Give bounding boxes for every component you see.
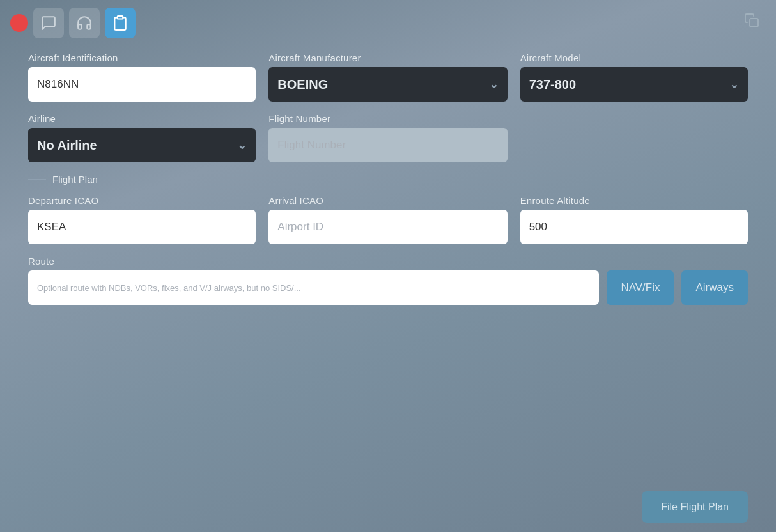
flight-plan-label: Flight Plan <box>52 174 98 185</box>
flight-plan-divider: Flight Plan <box>28 174 748 185</box>
aircraft-model-value: 737-800 <box>529 77 576 92</box>
aircraft-manufacturer-value: BOEING <box>277 77 328 92</box>
route-label: Route <box>28 256 599 267</box>
enroute-altitude-group: Enroute Altitude <box>520 195 748 244</box>
aircraft-identification-group: Aircraft Identification <box>28 52 256 102</box>
chat-button[interactable] <box>33 8 64 38</box>
model-chevron-icon: ⌄ <box>729 77 739 91</box>
nav-fix-button[interactable]: NAV/Fix <box>607 270 674 305</box>
aircraft-manufacturer-group: Aircraft Manufacturer BOEING ⌄ <box>268 52 507 102</box>
airways-button[interactable]: Airways <box>681 270 748 305</box>
aircraft-manufacturer-select[interactable]: BOEING ⌄ <box>268 67 507 102</box>
divider-line <box>28 179 46 180</box>
airline-group: Airline No Airline ⌄ <box>28 113 256 162</box>
departure-icao-label: Departure ICAO <box>28 195 256 206</box>
main-content: Aircraft Identification Aircraft Manufac… <box>0 46 776 318</box>
route-group: Route <box>28 256 599 305</box>
airline-label: Airline <box>28 113 256 124</box>
window-controls <box>740 9 763 32</box>
aircraft-info-row: Aircraft Identification Aircraft Manufac… <box>28 52 748 102</box>
route-input[interactable] <box>28 270 599 305</box>
departure-icao-input[interactable] <box>28 210 256 244</box>
svg-rect-1 <box>750 19 758 27</box>
enroute-altitude-input[interactable] <box>520 210 748 244</box>
copy-window-button[interactable] <box>740 9 763 32</box>
red-dot-indicator <box>10 14 28 32</box>
aircraft-model-label: Aircraft Model <box>520 52 748 63</box>
manufacturer-chevron-icon: ⌄ <box>489 77 499 91</box>
aircraft-model-group: Aircraft Model 737-800 ⌄ <box>520 52 748 102</box>
clipboard-button[interactable] <box>105 8 136 38</box>
enroute-altitude-label: Enroute Altitude <box>520 195 748 206</box>
flight-number-group: Flight Number <box>268 113 507 162</box>
arrival-icao-label: Arrival ICAO <box>268 195 507 206</box>
airline-select[interactable]: No Airline ⌄ <box>28 128 256 162</box>
headset-button[interactable] <box>69 8 100 38</box>
file-flight-plan-button[interactable]: File Flight Plan <box>642 491 748 523</box>
airline-value: No Airline <box>37 138 97 153</box>
flight-number-input[interactable] <box>268 128 507 162</box>
icao-row: Departure ICAO Arrival ICAO Enroute Alti… <box>28 195 748 244</box>
arrival-icao-group: Arrival ICAO <box>268 195 507 244</box>
aircraft-identification-label: Aircraft Identification <box>28 52 256 63</box>
arrival-icao-input[interactable] <box>268 210 507 244</box>
airline-row: Airline No Airline ⌄ Flight Number <box>28 113 748 162</box>
aircraft-manufacturer-label: Aircraft Manufacturer <box>268 52 507 63</box>
departure-icao-group: Departure ICAO <box>28 195 256 244</box>
route-row: Route NAV/Fix Airways <box>28 256 748 305</box>
svg-rect-0 <box>118 16 123 19</box>
aircraft-identification-input[interactable] <box>28 67 256 102</box>
top-bar <box>0 0 776 46</box>
flight-number-label: Flight Number <box>268 113 507 124</box>
airline-chevron-icon: ⌄ <box>237 138 247 152</box>
bottom-bar: File Flight Plan <box>0 481 776 532</box>
aircraft-model-select[interactable]: 737-800 ⌄ <box>520 67 748 102</box>
